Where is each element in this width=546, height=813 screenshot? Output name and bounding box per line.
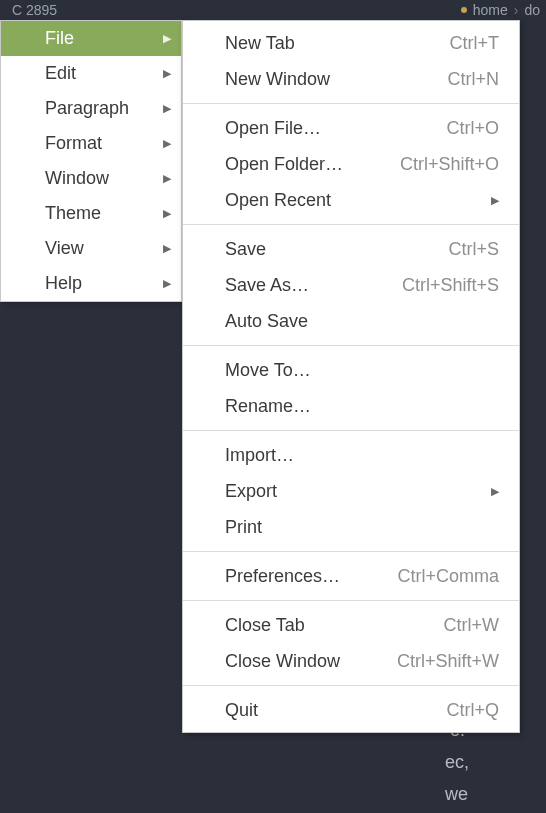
submenu-shortcut: Ctrl+W <box>444 615 500 636</box>
submenu-shortcut: Ctrl+N <box>447 69 499 90</box>
menu-format[interactable]: Format ▶ <box>1 126 181 161</box>
chevron-right-icon: ▶ <box>163 277 171 290</box>
submenu-label: New Tab <box>225 33 295 54</box>
menu-file[interactable]: File ▶ <box>1 21 181 56</box>
bg-line: we <box>345 784 468 804</box>
chevron-right-icon: › <box>514 0 519 20</box>
chevron-right-icon: ▶ <box>163 207 171 220</box>
menu-label: Theme <box>45 203 101 224</box>
submenu-quit[interactable]: Quit Ctrl+Q <box>183 692 519 728</box>
submenu-label: Save As… <box>225 275 309 296</box>
chevron-right-icon: ▶ <box>491 485 499 498</box>
submenu-open-file[interactable]: Open File… Ctrl+O <box>183 110 519 146</box>
chevron-right-icon: ▶ <box>163 242 171 255</box>
submenu-save[interactable]: Save Ctrl+S <box>183 231 519 267</box>
submenu-label: Open Folder… <box>225 154 343 175</box>
submenu-rename[interactable]: Rename… <box>183 388 519 424</box>
menu-window[interactable]: Window ▶ <box>1 161 181 196</box>
submenu-shortcut: Ctrl+Comma <box>397 566 499 587</box>
submenu-export[interactable]: Export ▶ <box>183 473 519 509</box>
separator <box>183 551 519 552</box>
submenu-label: Close Tab <box>225 615 305 636</box>
chevron-right-icon: ▶ <box>163 102 171 115</box>
submenu-label: New Window <box>225 69 330 90</box>
submenu-label: Close Window <box>225 651 340 672</box>
submenu-label: Import… <box>225 445 294 466</box>
submenu-new-window[interactable]: New Window Ctrl+N <box>183 61 519 97</box>
submenu-label: Open File… <box>225 118 321 139</box>
breadcrumb-part: do <box>524 0 540 20</box>
menu-help[interactable]: Help ▶ <box>1 266 181 301</box>
submenu-label: Quit <box>225 700 258 721</box>
submenu-label: Auto Save <box>225 311 308 332</box>
menu-label: Format <box>45 133 102 154</box>
chevron-right-icon: ▶ <box>491 194 499 207</box>
submenu-preferences[interactable]: Preferences… Ctrl+Comma <box>183 558 519 594</box>
submenu-close-window[interactable]: Close Window Ctrl+Shift+W <box>183 643 519 679</box>
submenu-shortcut: Ctrl+O <box>446 118 499 139</box>
file-submenu: New Tab Ctrl+T New Window Ctrl+N Open Fi… <box>182 20 520 733</box>
submenu-close-tab[interactable]: Close Tab Ctrl+W <box>183 607 519 643</box>
chevron-right-icon: ▶ <box>163 172 171 185</box>
submenu-label: Export <box>225 481 277 502</box>
chevron-right-icon: ▶ <box>163 32 171 45</box>
submenu-label: Preferences… <box>225 566 340 587</box>
chevron-right-icon: ▶ <box>163 137 171 150</box>
submenu-label: Move To… <box>225 360 311 381</box>
separator <box>183 345 519 346</box>
submenu-open-recent[interactable]: Open Recent ▶ <box>183 182 519 218</box>
separator <box>183 103 519 104</box>
menu-theme[interactable]: Theme ▶ <box>1 196 181 231</box>
menu-paragraph[interactable]: Paragraph ▶ <box>1 91 181 126</box>
submenu-save-as[interactable]: Save As… Ctrl+Shift+S <box>183 267 519 303</box>
submenu-label: Rename… <box>225 396 311 417</box>
bg-line: ec, <box>345 752 469 772</box>
top-bar: C 2895 home › do <box>0 0 546 20</box>
chevron-right-icon: ▶ <box>163 67 171 80</box>
separator <box>183 600 519 601</box>
menu-edit[interactable]: Edit ▶ <box>1 56 181 91</box>
submenu-print[interactable]: Print <box>183 509 519 545</box>
submenu-new-tab[interactable]: New Tab Ctrl+T <box>183 25 519 61</box>
submenu-open-folder[interactable]: Open Folder… Ctrl+Shift+O <box>183 146 519 182</box>
separator <box>183 685 519 686</box>
submenu-label: Open Recent <box>225 190 331 211</box>
submenu-move-to[interactable]: Move To… <box>183 352 519 388</box>
main-menu: File ▶ Edit ▶ Paragraph ▶ Format ▶ Windo… <box>0 20 182 302</box>
submenu-shortcut: Ctrl+Shift+O <box>400 154 499 175</box>
menu-label: File <box>45 28 74 49</box>
menu-label: View <box>45 238 84 259</box>
breadcrumb-home: home <box>473 0 508 20</box>
submenu-shortcut: Ctrl+T <box>450 33 500 54</box>
submenu-shortcut: Ctrl+S <box>448 239 499 260</box>
submenu-auto-save[interactable]: Auto Save <box>183 303 519 339</box>
topbar-left: C 2895 <box>12 0 57 20</box>
submenu-shortcut: Ctrl+Q <box>446 700 499 721</box>
submenu-shortcut: Ctrl+Shift+S <box>402 275 499 296</box>
menu-label: Help <box>45 273 82 294</box>
breadcrumb-dot-icon <box>461 7 467 13</box>
menu-view[interactable]: View ▶ <box>1 231 181 266</box>
menu-label: Window <box>45 168 109 189</box>
submenu-shortcut: Ctrl+Shift+W <box>397 651 499 672</box>
separator <box>183 430 519 431</box>
separator <box>183 224 519 225</box>
submenu-import[interactable]: Import… <box>183 437 519 473</box>
menu-label: Edit <box>45 63 76 84</box>
menu-label: Paragraph <box>45 98 129 119</box>
breadcrumb: home › do <box>461 0 540 20</box>
submenu-label: Print <box>225 517 262 538</box>
submenu-label: Save <box>225 239 266 260</box>
